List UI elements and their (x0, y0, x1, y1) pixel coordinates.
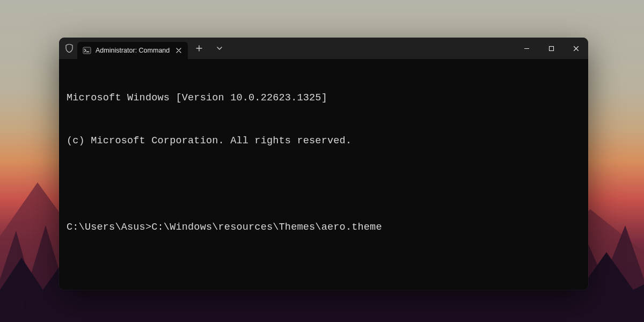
tab-title: Administrator: Command (96, 47, 170, 54)
terminal-prompt-line: C:\Users\Asus>C:\Windows\resources\Theme… (67, 221, 581, 235)
titlebar[interactable]: Administrator: Command (59, 38, 588, 59)
terminal-line: Microsoft Windows [Version 10.0.22623.13… (67, 91, 581, 106)
titlebar-drag-region[interactable] (229, 38, 514, 59)
svg-rect-3 (549, 46, 553, 50)
tab-active[interactable]: Administrator: Command (77, 42, 188, 59)
cmd-icon (83, 46, 91, 55)
terminal-window: Administrator: Command (59, 38, 588, 290)
minimize-button[interactable] (514, 38, 539, 59)
admin-shield-icon (63, 38, 75, 59)
window-controls (514, 38, 588, 59)
tab-close-button[interactable] (174, 46, 184, 55)
tab-dropdown-button[interactable] (210, 46, 229, 51)
new-tab-button[interactable] (190, 45, 208, 52)
terminal-line: (c) Microsoft Corporation. All rights re… (67, 134, 581, 149)
terminal-blank-line (67, 178, 581, 192)
terminal-output[interactable]: Microsoft Windows [Version 10.0.22623.13… (59, 59, 588, 290)
maximize-button[interactable] (539, 38, 564, 59)
close-button[interactable] (564, 38, 588, 59)
svg-rect-0 (83, 47, 91, 54)
